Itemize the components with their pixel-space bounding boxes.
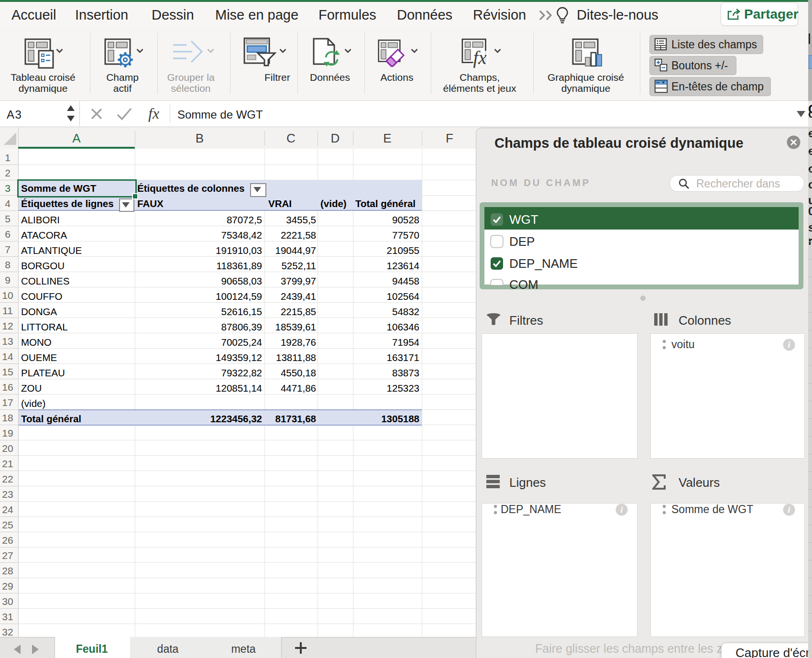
svg-text:i: i xyxy=(788,505,790,515)
svg-text:fx: fx xyxy=(473,47,487,68)
svg-text:i: i xyxy=(788,340,790,350)
svg-text:i: i xyxy=(620,505,623,515)
